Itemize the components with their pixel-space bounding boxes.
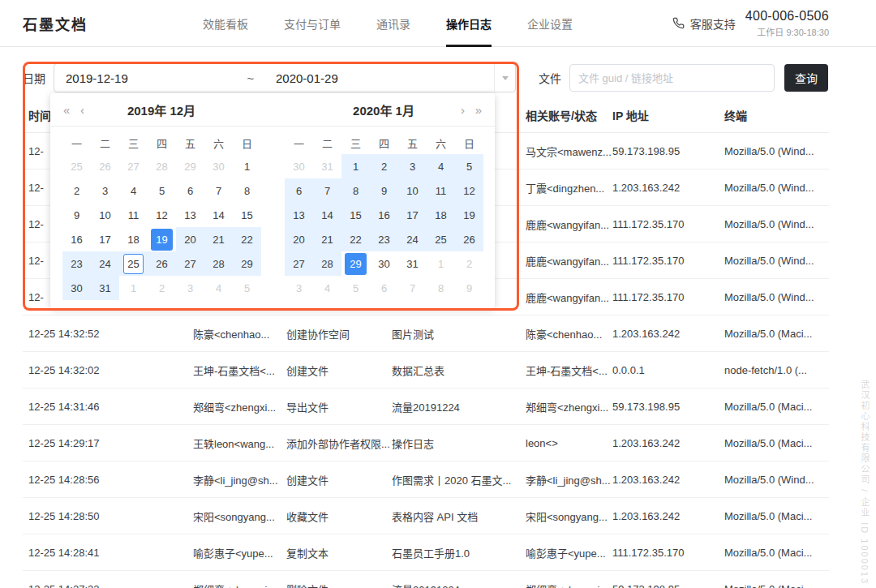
calendar-day[interactable]: 12 — [455, 178, 483, 203]
calendar-day[interactable]: 14 — [204, 203, 233, 227]
calendar-day[interactable]: 31 — [398, 251, 427, 276]
calendar-day[interactable]: 28 — [148, 154, 176, 178]
calendar-day[interactable]: 29 — [233, 251, 261, 276]
calendar-day[interactable]: 24 — [91, 251, 119, 276]
calendar-day[interactable]: 9 — [455, 276, 483, 300]
calendar-day[interactable]: 16 — [62, 227, 91, 251]
calendar-day[interactable]: 26 — [91, 154, 119, 178]
calendar-day[interactable]: 27 — [176, 251, 204, 276]
nav-item-contacts[interactable]: 通讯录 — [359, 0, 428, 47]
calendar-day[interactable]: 30 — [62, 276, 91, 300]
calendar-day[interactable]: 29 — [176, 154, 204, 178]
calendar-day[interactable]: 25 — [427, 227, 455, 251]
calendar-day[interactable]: 2 — [62, 178, 91, 203]
calendar-day[interactable]: 1 — [427, 251, 455, 276]
calendar-day[interactable]: 31 — [313, 154, 341, 178]
calendar-day[interactable]: 18 — [119, 227, 148, 251]
calendar-day[interactable]: 18 — [427, 203, 455, 227]
calendar-day[interactable]: 5 — [233, 276, 261, 300]
calendar-day[interactable]: 22 — [341, 227, 370, 251]
calendar-day[interactable]: 4 — [427, 154, 455, 178]
calendar-day[interactable]: 1 — [233, 154, 261, 178]
calendar-day[interactable]: 24 — [398, 227, 427, 251]
calendar-day[interactable]: 12 — [148, 203, 176, 227]
calendar-day[interactable]: 9 — [62, 203, 91, 227]
calendar-day[interactable]: 28 — [313, 251, 341, 276]
calendar-day[interactable]: 30 — [204, 154, 233, 178]
nav-item-operation-logs[interactable]: 操作日志 — [428, 0, 509, 47]
calendar-day[interactable]: 17 — [398, 203, 427, 227]
calendar-day[interactable]: 8 — [233, 178, 261, 203]
calendar-super-prev-icon[interactable]: « — [60, 93, 73, 127]
support-label[interactable]: 客服支持 — [690, 15, 736, 32]
calendar-next-icon[interactable]: › — [457, 93, 468, 127]
calendar-day[interactable]: 22 — [233, 227, 261, 251]
calendar-day[interactable]: 10 — [91, 203, 119, 227]
calendar-day[interactable]: 5 — [148, 178, 176, 203]
calendar-day[interactable]: 25 — [119, 251, 148, 276]
nav-item-performance-board[interactable]: 效能看板 — [185, 0, 266, 47]
calendar-day[interactable]: 2 — [148, 276, 176, 300]
calendar-day[interactable]: 15 — [233, 203, 261, 227]
calendar-day[interactable]: 7 — [204, 178, 233, 203]
calendar-day[interactable]: 5 — [341, 276, 370, 300]
calendar-day[interactable]: 3 — [91, 178, 119, 203]
calendar-day[interactable]: 13 — [285, 203, 313, 227]
calendar-day[interactable]: 6 — [370, 276, 398, 300]
calendar-day[interactable]: 10 — [398, 178, 427, 203]
calendar-day[interactable]: 27 — [119, 154, 148, 178]
calendar-day[interactable]: 30 — [285, 154, 313, 178]
calendar-prev-icon[interactable]: ‹ — [77, 93, 88, 127]
calendar-day[interactable]: 8 — [427, 276, 455, 300]
date-end-value[interactable]: 2020-01-29 — [264, 71, 494, 85]
calendar-day[interactable]: 11 — [119, 203, 148, 227]
calendar-day[interactable]: 2 — [370, 154, 398, 178]
date-range-input[interactable]: 2019-12-19 ~ 2020-01-29 — [54, 63, 516, 92]
calendar-day[interactable]: 5 — [455, 154, 483, 178]
calendar-day[interactable]: 30 — [370, 251, 398, 276]
calendar-super-next-icon[interactable]: » — [472, 93, 485, 127]
calendar-day[interactable]: 17 — [91, 227, 119, 251]
calendar-day[interactable]: 21 — [313, 227, 341, 251]
calendar-day[interactable]: 11 — [427, 178, 455, 203]
calendar-day[interactable]: 21 — [204, 227, 233, 251]
calendar-day[interactable]: 19 — [455, 203, 483, 227]
calendar-day[interactable]: 3 — [176, 276, 204, 300]
calendar-day[interactable]: 4 — [204, 276, 233, 300]
calendar-day[interactable]: 7 — [398, 276, 427, 300]
calendar-day[interactable]: 25 — [62, 154, 91, 178]
date-dropdown-suffix[interactable] — [494, 64, 515, 92]
calendar-day[interactable]: 26 — [455, 227, 483, 251]
file-search-input[interactable] — [569, 64, 775, 92]
nav-item-enterprise-settings[interactable]: 企业设置 — [509, 0, 590, 47]
calendar-day[interactable]: 14 — [313, 203, 341, 227]
calendar-day[interactable]: 28 — [204, 251, 233, 276]
calendar-day[interactable]: 20 — [285, 227, 313, 251]
nav-item-payment-orders[interactable]: 支付与订单 — [266, 0, 359, 47]
query-button[interactable]: 查询 — [784, 64, 828, 92]
calendar-day[interactable]: 4 — [313, 276, 341, 300]
calendar-day[interactable]: 13 — [176, 203, 204, 227]
calendar-day[interactable]: 26 — [148, 251, 176, 276]
calendar-day[interactable]: 23 — [62, 251, 91, 276]
calendar-day[interactable]: 16 — [370, 203, 398, 227]
calendar-day[interactable]: 31 — [91, 276, 119, 300]
calendar-day[interactable]: 3 — [285, 276, 313, 300]
calendar-day[interactable]: 23 — [370, 227, 398, 251]
calendar-day[interactable]: 2 — [455, 251, 483, 276]
calendar-day[interactable]: 9 — [370, 178, 398, 203]
calendar-day[interactable]: 3 — [398, 154, 427, 178]
calendar-day[interactable]: 15 — [341, 203, 370, 227]
calendar-day[interactable]: 7 — [313, 178, 341, 203]
calendar-day[interactable]: 20 — [176, 227, 204, 251]
calendar-day[interactable]: 19 — [148, 227, 176, 251]
calendar-day[interactable]: 29 — [341, 251, 370, 276]
calendar-day[interactable]: 4 — [119, 178, 148, 203]
date-start-value[interactable]: 2019-12-19 — [54, 71, 237, 85]
app-logo[interactable]: 石墨文档 — [23, 13, 88, 34]
calendar-day[interactable]: 8 — [341, 178, 370, 203]
calendar-day[interactable]: 6 — [285, 178, 313, 203]
calendar-day[interactable]: 6 — [176, 178, 204, 203]
calendar-day[interactable]: 27 — [285, 251, 313, 276]
calendar-day[interactable]: 1 — [341, 154, 370, 178]
